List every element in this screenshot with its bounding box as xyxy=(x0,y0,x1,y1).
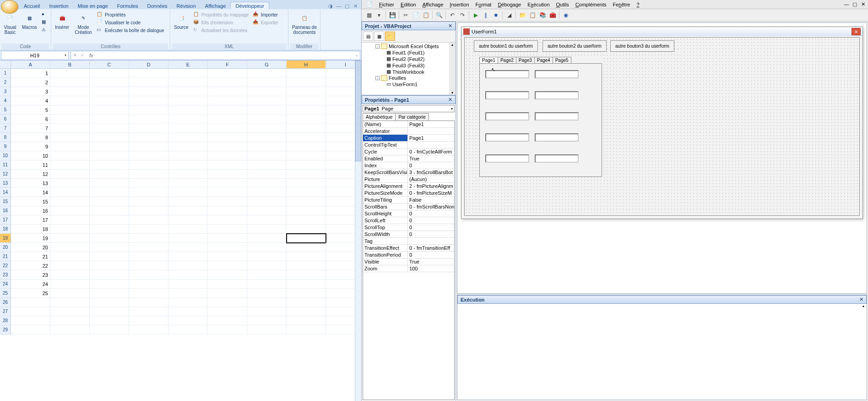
cell-H23[interactable] xyxy=(287,270,326,280)
cell-B11[interactable] xyxy=(50,160,90,170)
relative-ref-button[interactable]: ▦ xyxy=(41,19,49,26)
importer-button[interactable]: 📥Importer xyxy=(252,11,279,18)
cell-G2[interactable] xyxy=(247,78,287,87)
col-header-D[interactable]: D xyxy=(129,60,168,69)
menu-edition[interactable]: Edition xyxy=(398,1,419,8)
cell-H9[interactable] xyxy=(287,142,326,151)
row-header-17[interactable]: 17 xyxy=(0,215,11,225)
cell-F21[interactable] xyxy=(208,252,247,261)
cell-B23[interactable] xyxy=(50,270,90,280)
cell-C24[interactable] xyxy=(90,280,129,289)
prop-row-scrollleft[interactable]: ScrollLeft0 xyxy=(363,217,454,224)
immediate-window[interactable]: ▴ xyxy=(457,304,867,400)
record-macro-button[interactable]: ● xyxy=(41,11,49,18)
col-header-B[interactable]: B xyxy=(50,60,90,69)
cell-D23[interactable] xyxy=(129,270,168,280)
prop-row-enabled[interactable]: EnabledTrue xyxy=(363,155,454,162)
tab-accueil[interactable]: Accueil xyxy=(19,2,44,9)
cell-F15[interactable] xyxy=(208,197,247,206)
cell-H13[interactable] xyxy=(287,179,326,188)
undo-icon[interactable]: ↶ xyxy=(448,11,457,20)
cell-A19[interactable]: 19 xyxy=(11,234,50,243)
row-header-8[interactable]: 8 xyxy=(0,133,11,142)
project-explorer-icon[interactable]: 📁 xyxy=(518,11,527,20)
row-header-1[interactable]: 1 xyxy=(0,69,11,78)
cell-E27[interactable] xyxy=(168,307,208,316)
object-browser-icon[interactable]: 📚 xyxy=(538,11,547,20)
macros-button[interactable]: ▦Macros xyxy=(20,11,39,31)
cell-H28[interactable] xyxy=(287,316,326,325)
view-code-icon[interactable]: ▤ xyxy=(363,32,373,41)
run-icon[interactable]: ▶ xyxy=(471,11,480,20)
row-header-14[interactable]: 14 xyxy=(0,188,11,197)
cell-B18[interactable] xyxy=(50,225,90,234)
cell-F11[interactable] xyxy=(208,160,247,170)
cell-F5[interactable] xyxy=(208,105,247,115)
cell-F26[interactable] xyxy=(208,298,247,307)
row-header-4[interactable]: 4 xyxy=(0,96,11,105)
cell-H1[interactable] xyxy=(287,69,326,78)
textbox-6[interactable] xyxy=(535,112,579,121)
cell-D11[interactable] xyxy=(129,160,168,170)
cell-D10[interactable] xyxy=(129,151,168,160)
scroll-down-icon[interactable]: ▾ xyxy=(451,91,453,95)
cell-D14[interactable] xyxy=(129,188,168,197)
cell-H2[interactable] xyxy=(287,78,326,87)
name-box[interactable]: H19 xyxy=(1,51,69,60)
tab-revision[interactable]: Révision xyxy=(172,2,201,9)
formula-bar[interactable]: ✕ ✓ fx ⌄ xyxy=(71,51,360,60)
cell-D4[interactable] xyxy=(129,96,168,105)
cell-H14[interactable] xyxy=(287,188,326,197)
cell-F24[interactable] xyxy=(208,280,247,289)
prop-row-controltiptext[interactable]: ControlTipText xyxy=(363,142,454,148)
tree-excel-objets[interactable]: Microsoft Excel Objets xyxy=(389,44,439,49)
prop-row-visible[interactable]: VisibleTrue xyxy=(363,258,454,265)
panneau-documents-button[interactable]: 📋Panneau de documents xyxy=(290,11,319,36)
row-header-20[interactable]: 20 xyxy=(0,243,11,252)
cell-H16[interactable] xyxy=(287,206,326,215)
cell-G29[interactable] xyxy=(247,325,287,335)
cell-A22[interactable]: 22 xyxy=(11,261,50,270)
cell-E15[interactable] xyxy=(168,197,208,206)
row-header-5[interactable]: 5 xyxy=(0,105,11,115)
prop-row-transitionperiod[interactable]: TransitionPeriod0 xyxy=(363,252,454,258)
tab-formules[interactable]: Formules xyxy=(113,2,143,9)
cell-C26[interactable] xyxy=(90,298,129,307)
cell-H15[interactable] xyxy=(287,197,326,206)
toggle-folders-icon[interactable]: 📁 xyxy=(385,32,395,41)
mappage-button[interactable]: 📋Propriétés du mappage xyxy=(192,11,250,18)
cell-D15[interactable] xyxy=(129,197,168,206)
cell-B10[interactable] xyxy=(50,151,90,160)
prop-row-transitioneffect[interactable]: TransitionEffect0 - fmTransitionEff xyxy=(363,245,454,252)
cell-G24[interactable] xyxy=(247,280,287,289)
cell-F4[interactable] xyxy=(208,96,247,105)
cell-G13[interactable] xyxy=(247,179,287,188)
cell-E13[interactable] xyxy=(168,179,208,188)
row-header-22[interactable]: 22 xyxy=(0,261,11,270)
textbox-5[interactable] xyxy=(485,112,529,121)
prop-row-zoom[interactable]: Zoom100 xyxy=(363,265,454,272)
tree-feuil2[interactable]: Feuil2 (Feuil2) xyxy=(392,56,424,62)
reset-icon[interactable]: ■ xyxy=(491,11,500,20)
textbox-10[interactable] xyxy=(535,154,579,163)
paste-icon[interactable]: 📋 xyxy=(421,11,430,20)
cell-B16[interactable] xyxy=(50,206,90,215)
userform-close-icon[interactable]: ✕ xyxy=(852,28,861,35)
tab-developpeur[interactable]: Développeur xyxy=(230,2,269,9)
tree-thisworkbook[interactable]: ThisWorkbook xyxy=(392,69,424,75)
cell-F18[interactable] xyxy=(208,225,247,234)
tab-donnees[interactable]: Données xyxy=(143,2,172,9)
cell-H8[interactable] xyxy=(287,133,326,142)
prop-row-tag[interactable]: Tag xyxy=(363,238,454,245)
cell-D22[interactable] xyxy=(129,261,168,270)
prop-row-picturealignment[interactable]: PictureAlignment2 - fmPictureAlignm xyxy=(363,183,454,190)
cell-F22[interactable] xyxy=(208,261,247,270)
row-header-27[interactable]: 27 xyxy=(0,307,11,316)
cell-G14[interactable] xyxy=(247,188,287,197)
cell-G18[interactable] xyxy=(247,225,287,234)
cell-G16[interactable] xyxy=(247,206,287,215)
row-header-6[interactable]: 6 xyxy=(0,115,11,124)
cell-B21[interactable] xyxy=(50,252,90,261)
cell-H18[interactable] xyxy=(287,225,326,234)
textbox-7[interactable] xyxy=(485,133,529,142)
